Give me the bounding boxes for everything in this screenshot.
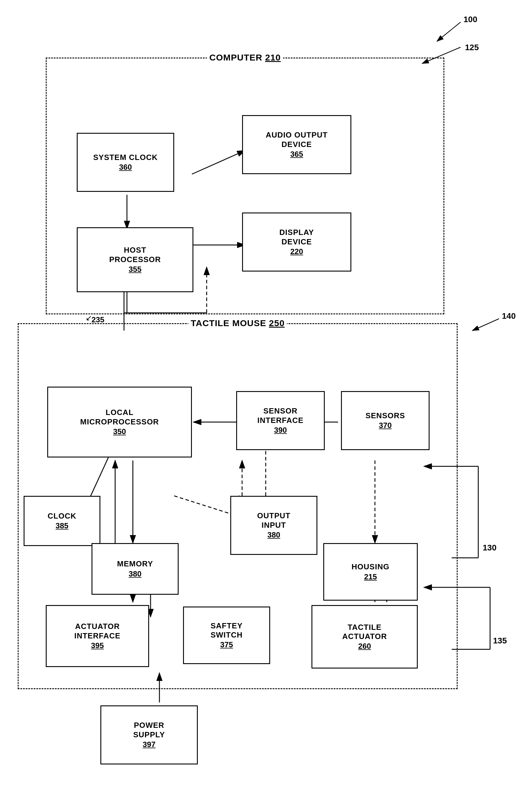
ref-140: 140 (502, 311, 516, 321)
svg-line-4 (472, 319, 499, 331)
housing-num: 215 (364, 572, 377, 581)
sensor-interface-num: 390 (274, 426, 287, 435)
diagram: 100 125 140 130 135 235 ↙ COMPUTER 210 T… (0, 0, 532, 791)
output-input-num: 380 (267, 530, 280, 540)
actuator-interface-block: ACTUATORINTERFACE 395 (46, 605, 149, 667)
sensors-block: SENSORS 370 (341, 391, 430, 450)
memory-num: 380 (129, 570, 141, 578)
clock-block: CLOCK 385 (24, 496, 100, 546)
tactile-mouse-title: TACTILE MOUSE 250 (188, 318, 287, 328)
system-clock-block: SYSTEM CLOCK 360 (77, 133, 174, 192)
tactile-actuator-num: 260 (358, 642, 371, 651)
display-device-num: 220 (290, 247, 303, 256)
local-micro-label: LOCALMICROPROCESSOR (80, 408, 159, 426)
sensor-interface-block: SENSORINTERFACE 390 (236, 391, 325, 450)
local-micro-block: LOCALMICROPROCESSOR 350 (47, 387, 192, 458)
housing-label: HOUSING (352, 562, 390, 572)
safety-switch-num: 375 (220, 640, 233, 649)
display-device-block: DISPLAYDEVICE 220 (242, 213, 351, 272)
memory-block: MEMORY 380 (92, 543, 178, 595)
host-processor-num: 355 (129, 265, 141, 274)
svg-line-2 (437, 22, 460, 41)
clock-num: 385 (56, 521, 68, 530)
clock-label: CLOCK (48, 512, 76, 521)
sensors-num: 370 (379, 421, 392, 430)
display-device-label: DISPLAYDEVICE (279, 228, 314, 246)
local-micro-num: 350 (113, 427, 126, 436)
actuator-interface-num: 395 (91, 641, 103, 650)
memory-label: MEMORY (117, 559, 153, 568)
power-supply-label: POWERSUPPLY (133, 721, 165, 739)
tactile-actuator-label: TACTILEACTUATOR (342, 623, 387, 641)
system-clock-num: 360 (119, 162, 132, 172)
audio-output-block: AUDIO OUTPUTDEVICE 365 (242, 115, 351, 174)
output-input-block: OUTPUTINPUT 380 (230, 496, 317, 555)
sensor-interface-label: SENSORINTERFACE (258, 406, 304, 425)
audio-output-num: 365 (290, 150, 303, 159)
actuator-interface-label: ACTUATORINTERFACE (74, 622, 120, 640)
computer-title: COMPUTER 210 (207, 53, 283, 62)
ref-135: 135 (493, 636, 507, 645)
power-supply-block: POWERSUPPLY 397 (100, 706, 198, 765)
audio-output-label: AUDIO OUTPUTDEVICE (266, 131, 328, 149)
output-input-label: OUTPUTINPUT (257, 511, 290, 529)
ref-130: 130 (483, 543, 497, 553)
host-processor-block: HOSTPROCESSOR 355 (77, 227, 193, 292)
safety-switch-block: SAFTEYSWITCH 375 (183, 606, 270, 664)
ref-100: 100 (463, 15, 477, 24)
ref-125: 125 (465, 43, 479, 52)
power-supply-num: 397 (142, 740, 155, 749)
safety-switch-label: SAFTEYSWITCH (210, 621, 243, 640)
host-processor-label: HOSTPROCESSOR (109, 246, 161, 264)
tactile-actuator-block: TACTILEACTUATOR 260 (311, 605, 418, 669)
sensors-label: SENSORS (365, 411, 405, 420)
system-clock-label: SYSTEM CLOCK (93, 153, 158, 162)
housing-block: HOUSING 215 (323, 543, 418, 601)
